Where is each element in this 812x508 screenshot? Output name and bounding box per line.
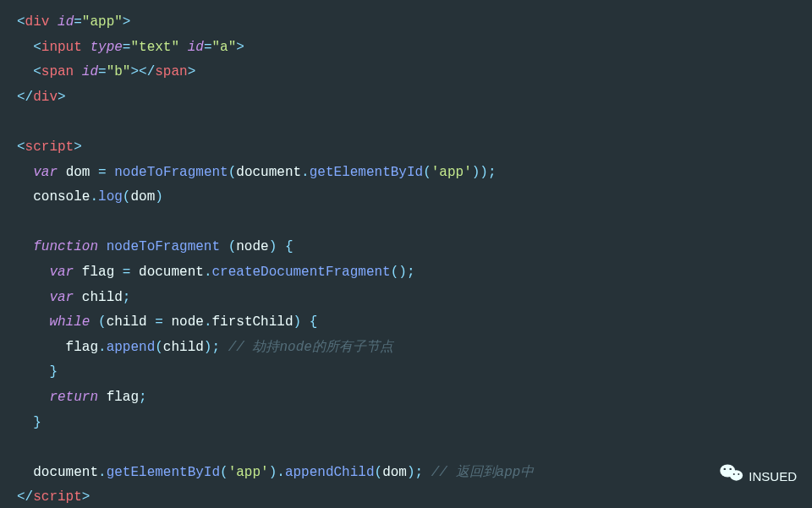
code-line: var flag = document.createDocumentFragme… xyxy=(17,265,415,280)
svg-point-1 xyxy=(730,471,743,481)
code-line xyxy=(17,114,25,129)
svg-point-2 xyxy=(724,468,726,470)
code-line: document.getElementById('app').appendChi… xyxy=(17,465,534,480)
code-line: var dom = nodeToFragment(document.getEle… xyxy=(17,165,497,180)
code-line: <script> xyxy=(17,139,82,155)
code-line: </div> xyxy=(17,90,66,105)
code-line: </script> xyxy=(17,489,90,505)
svg-point-5 xyxy=(738,473,740,475)
code-line: flag.append(child); // 劫持node的所有子节点 xyxy=(17,340,393,355)
code-line: function nodeToFragment (node) { xyxy=(17,239,294,254)
code-line: console.log(dom) xyxy=(17,189,163,205)
code-line: return flag; xyxy=(17,390,147,405)
wechat-icon xyxy=(720,463,743,489)
svg-point-3 xyxy=(730,468,732,470)
code-line xyxy=(17,215,25,230)
code-line: <div id="app"> xyxy=(17,14,130,30)
code-line: <input type="text" id="a"> xyxy=(17,40,244,55)
watermark: INSUED xyxy=(720,463,797,489)
code-line: } xyxy=(17,415,41,430)
watermark-label: INSUED xyxy=(749,465,797,489)
code-block: <div id="app"> <input type="text" id="a"… xyxy=(17,10,795,508)
code-line: var child; xyxy=(17,290,130,305)
code-line: while (child = node.firstChild) { xyxy=(17,314,317,330)
code-line xyxy=(17,440,25,455)
code-line: } xyxy=(17,364,58,380)
svg-point-4 xyxy=(733,473,735,475)
code-line: <span id="b"></span> xyxy=(17,64,195,79)
